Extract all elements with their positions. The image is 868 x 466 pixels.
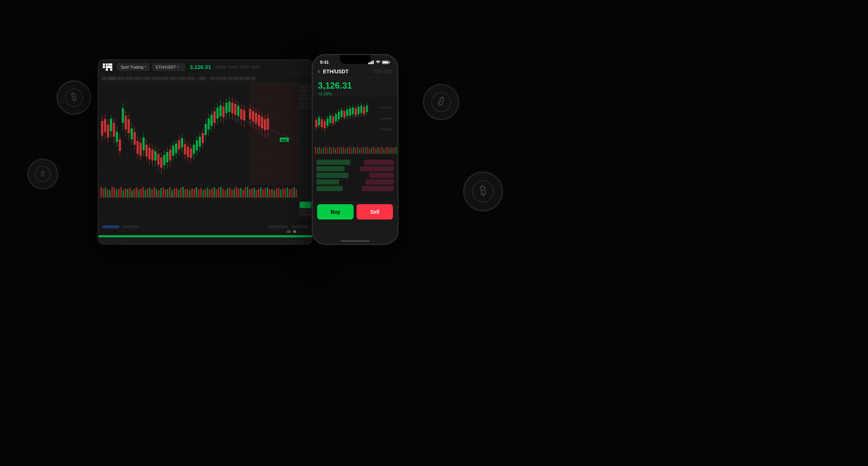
toolbar-icon-8[interactable]	[251, 77, 256, 80]
toolbar-item-7[interactable]	[152, 77, 160, 80]
toolbar-mv[interactable]	[199, 77, 206, 80]
svg-rect-50	[158, 190, 159, 198]
svg-rect-120	[110, 119, 112, 131]
svg-rect-132	[128, 119, 130, 133]
toolbar-icon-2[interactable]	[216, 77, 221, 80]
svg-rect-210	[243, 110, 245, 120]
svg-rect-83	[231, 190, 233, 198]
toolbar-icon-4[interactable]	[227, 77, 233, 80]
pair-label: ETH/USDT	[156, 65, 176, 69]
svg-rect-90	[247, 187, 248, 198]
svg-rect-74	[211, 189, 213, 198]
svg-rect-106	[282, 188, 284, 198]
toolbar-item-11[interactable]	[187, 77, 195, 80]
svg-rect-248	[333, 147, 334, 154]
svg-rect-144	[145, 145, 148, 156]
svg-rect-91	[249, 189, 250, 198]
svg-rect-194	[219, 105, 222, 116]
svg-rect-138	[137, 141, 139, 154]
pair-dropdown[interactable]: ETH/USDT ▾	[152, 63, 185, 71]
svg-rect-297	[338, 112, 340, 119]
phone-action-buttons: Buy Sell	[313, 201, 397, 227]
svg-rect-130	[125, 116, 127, 129]
svg-rect-45	[147, 189, 148, 198]
svg-rect-107	[284, 189, 286, 198]
svg-rect-184	[205, 124, 207, 135]
svg-rect-242	[321, 148, 322, 154]
toolbar-icon-5[interactable]	[233, 77, 238, 80]
svg-rect-252	[341, 148, 342, 154]
toolbar-icon-1[interactable]	[210, 77, 215, 80]
toolbar-item-9[interactable]	[169, 77, 177, 80]
svg-rect-311	[358, 107, 360, 114]
svg-rect-82	[229, 187, 230, 198]
phone-device: 9:41 ‹ ETH/USDT	[312, 54, 398, 245]
spot-trading-dropdown[interactable]: Spot Trading ▾	[117, 63, 149, 71]
tablet-chart-container: Buy	[98, 83, 312, 218]
buy-button[interactable]: Buy	[317, 204, 354, 220]
svg-rect-283	[318, 117, 320, 125]
svg-rect-265	[367, 147, 368, 154]
toolbar-item-6[interactable]	[143, 77, 151, 80]
svg-rect-26	[105, 187, 106, 198]
svg-rect-105	[280, 190, 281, 198]
svg-rect-160	[169, 149, 171, 160]
tablet-device: Spot Trading ▾ ETH/USDT ▾ 3,126.31	[98, 59, 313, 245]
svg-rect-307	[352, 108, 354, 114]
svg-rect-281	[315, 120, 318, 127]
svg-rect-271	[379, 148, 380, 154]
svg-rect-215	[252, 111, 254, 121]
svg-rect-156	[163, 155, 166, 165]
phone-change: +1.19%	[318, 92, 392, 96]
toolbar-item-5[interactable]	[134, 77, 142, 80]
svg-rect-259	[355, 148, 356, 154]
svg-rect-70	[202, 190, 204, 198]
sell-button[interactable]: Sell	[357, 204, 393, 220]
tablet-header: Spot Trading ▾ ETH/USDT ▾ 3,126.31	[98, 60, 312, 74]
svg-rect-253	[343, 147, 344, 154]
svg-rect-98	[265, 188, 266, 198]
svg-rect-239	[315, 147, 316, 154]
wifi-icon	[375, 61, 381, 64]
svg-rect-25	[102, 189, 104, 198]
svg-rect-246	[329, 147, 330, 154]
back-icon[interactable]: ‹	[318, 67, 320, 75]
toolbar-item-4[interactable]	[125, 77, 133, 80]
svg-rect-96	[260, 187, 261, 198]
tablet-pagination	[287, 230, 296, 233]
svg-rect-97	[262, 189, 264, 198]
svg-rect-148	[151, 149, 153, 160]
svg-rect-64	[189, 190, 191, 198]
svg-rect-49	[156, 189, 157, 198]
toolbar-item-8[interactable]	[160, 77, 168, 80]
svg-rect-61	[182, 187, 184, 198]
toolbar-icon-3[interactable]	[222, 77, 227, 80]
toolbar-item-1[interactable]	[101, 77, 107, 80]
svg-rect-34	[122, 190, 124, 198]
svg-rect-99	[267, 187, 268, 198]
svg-rect-94	[256, 190, 257, 198]
svg-rect-60	[180, 187, 182, 198]
svg-rect-275	[387, 147, 388, 154]
svg-rect-162	[172, 145, 174, 156]
toolbar-item-10[interactable]	[178, 77, 186, 80]
phone-candlestick-chart	[313, 97, 397, 158]
toolbar-item-3[interactable]	[117, 77, 125, 80]
toolbar-icon-6[interactable]	[239, 77, 244, 80]
toolbar-icon-7[interactable]	[245, 77, 250, 80]
svg-rect-229	[368, 63, 369, 64]
svg-rect-128	[122, 108, 124, 123]
svg-rect-268	[373, 147, 374, 154]
svg-rect-303	[346, 109, 349, 116]
svg-rect-206	[237, 106, 240, 116]
svg-rect-264	[365, 148, 366, 154]
svg-rect-232	[373, 61, 374, 64]
toolbar-item-2[interactable]	[108, 77, 116, 80]
sidebar-buy-button[interactable]	[300, 202, 311, 208]
svg-text:₿: ₿	[437, 94, 446, 108]
svg-rect-320	[380, 128, 392, 131]
svg-text:₿: ₿	[479, 183, 487, 198]
phone-notch	[340, 55, 371, 64]
svg-rect-272	[381, 147, 382, 154]
svg-rect-256	[349, 147, 350, 154]
